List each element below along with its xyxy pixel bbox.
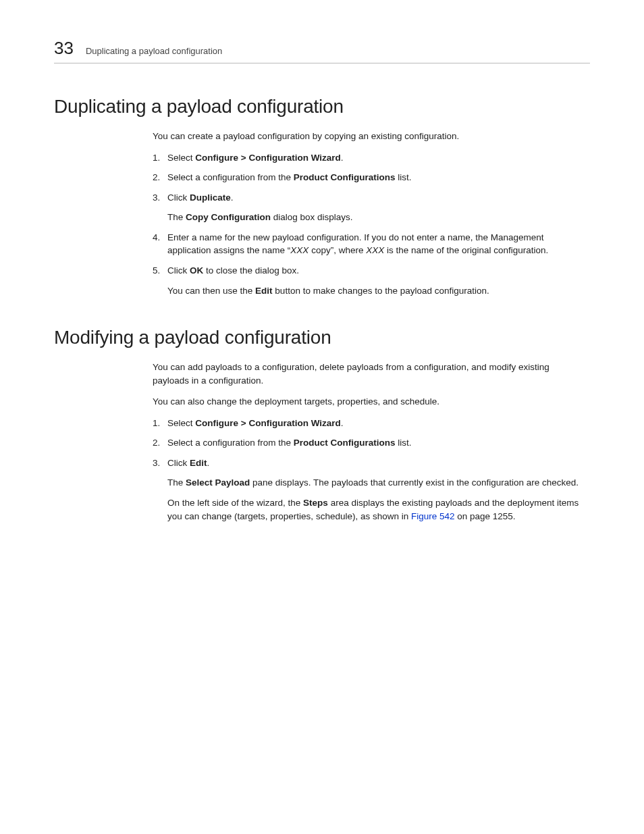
- ui-label: Edit: [255, 286, 273, 296]
- step-text: .: [207, 458, 210, 468]
- step-text: .: [341, 418, 344, 428]
- ui-label: Duplicate: [190, 192, 231, 203]
- step-subtext: On the left side of the wizard, the Step…: [167, 496, 582, 523]
- section1-steps: 1. Select Configure > Configuration Wiza…: [153, 151, 582, 298]
- list-item: 5. Click OK to close the dialog box. You…: [153, 264, 582, 297]
- step-text: Select: [167, 418, 195, 428]
- menu-path: Configure > Configuration Wizard: [195, 418, 341, 428]
- ui-label: Copy Configuration: [186, 212, 271, 222]
- step-text: to close the dialog box.: [203, 265, 299, 276]
- step-subtext: The Select Payload pane displays. The pa…: [167, 476, 582, 490]
- list-item: 2. Select a configuration from the Produ…: [153, 171, 582, 184]
- step-number: 2.: [153, 171, 167, 184]
- step-subtext: You can then use the Edit button to make…: [167, 284, 582, 298]
- figure-reference-link[interactable]: Figure 542: [411, 511, 455, 521]
- step-text: Click: [167, 458, 190, 468]
- step-number: 3.: [153, 457, 167, 523]
- ui-label: Product Configurations: [294, 438, 396, 448]
- step-text: Click: [167, 192, 190, 203]
- step-text: Select a configuration from the: [167, 172, 294, 182]
- step-subtext: The Copy Configuration dialog box displa…: [167, 211, 582, 224]
- step-text: list.: [396, 438, 412, 448]
- step-text: Select a configuration from the: [167, 438, 294, 448]
- ui-label: Select Payload: [186, 477, 250, 488]
- step-number: 1.: [153, 417, 167, 430]
- step-number: 5.: [153, 264, 167, 297]
- step-text: .: [231, 192, 234, 203]
- step-number: 3.: [153, 191, 167, 224]
- list-item: 3. Click Duplicate. The Copy Configurati…: [153, 191, 582, 224]
- step-number: 1.: [153, 151, 167, 165]
- ui-label: Steps: [303, 498, 328, 508]
- running-title: Duplicating a payload configuration: [86, 46, 222, 56]
- list-item: 3. Click Edit. The Select Payload pane d…: [153, 457, 582, 523]
- ui-label: OK: [190, 265, 203, 276]
- section2-intro1: You can add payloads to a configuration,…: [153, 361, 582, 387]
- section-heading-modifying: Modifying a payload configuration: [54, 327, 590, 348]
- list-item: 4. Enter a name for the new payload conf…: [153, 231, 582, 257]
- list-item: 1. Select Configure > Configuration Wiza…: [153, 151, 582, 165]
- step-text: .: [341, 153, 344, 163]
- step-text: Click: [167, 265, 190, 276]
- ui-label: Edit: [190, 458, 207, 468]
- step-text: Select: [167, 153, 195, 163]
- ui-label: Product Configurations: [294, 172, 396, 182]
- menu-path: Configure > Configuration Wizard: [195, 153, 341, 163]
- list-item: 2. Select a configuration from the Produ…: [153, 436, 582, 450]
- section2-steps: 1. Select Configure > Configuration Wiza…: [153, 417, 582, 523]
- list-item: 1. Select Configure > Configuration Wiza…: [153, 417, 582, 430]
- step-text: Enter a name for the new payload configu…: [167, 231, 582, 257]
- section-heading-duplicating: Duplicating a payload configuration: [54, 96, 590, 118]
- chapter-number: 33: [54, 38, 74, 59]
- page-header: 33 Duplicating a payload configuration: [54, 38, 590, 63]
- section1-intro: You can create a payload configuration b…: [153, 130, 582, 143]
- step-number: 4.: [153, 231, 167, 257]
- step-text: list.: [396, 172, 412, 182]
- step-number: 2.: [153, 436, 167, 450]
- section2-intro2: You can also change the deployment targe…: [153, 395, 582, 409]
